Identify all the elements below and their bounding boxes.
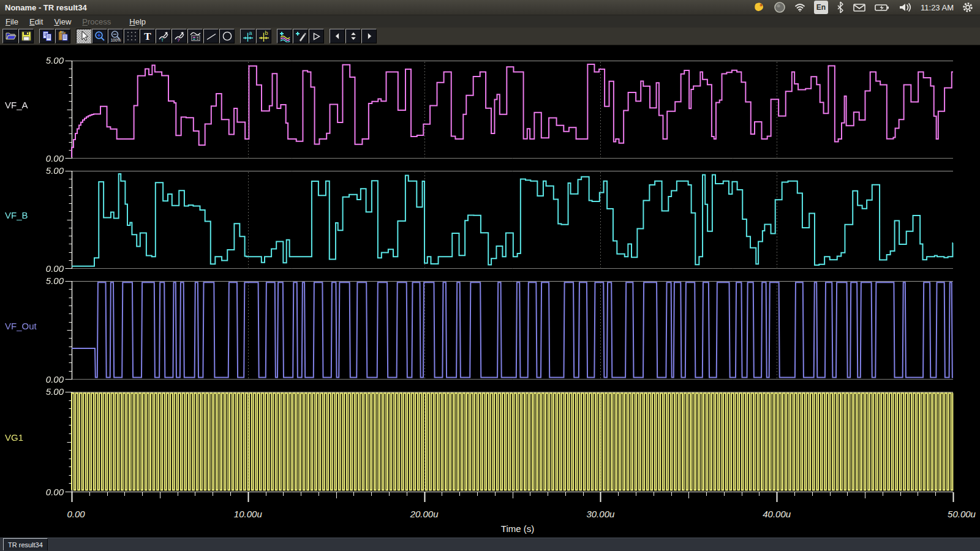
power-gear-icon[interactable] [962, 1, 974, 13]
toolbar-button-line[interactable] [203, 29, 219, 43]
x-tick-label: 50.00u [932, 509, 980, 519]
waveform-pane-vf_out[interactable] [64, 281, 958, 380]
toolbar-button-copy[interactable] [39, 29, 55, 43]
result-tab-label: TR result34 [8, 541, 43, 549]
zoom-in-icon [94, 30, 106, 42]
page-scroll-icon [347, 30, 360, 42]
text-icon: T [141, 30, 154, 42]
toolbar-button-text[interactable]: T [140, 29, 155, 43]
x-axis-title: Time (s) [475, 523, 560, 534]
toolbar-button-annotate-arrow[interactable]: T [156, 29, 171, 43]
toolbar-button-legend[interactable] [187, 29, 203, 43]
svg-text:a: a [249, 30, 252, 36]
svg-text:?: ? [177, 37, 180, 42]
page-prev-icon [331, 30, 344, 42]
open-icon [4, 30, 17, 42]
grid-icon [126, 30, 138, 42]
annotate-help-icon: ? [173, 30, 186, 42]
battery-icon[interactable] [874, 1, 890, 13]
y-tick-label-bottom: 0.00 [32, 263, 64, 274]
toolbar-button-page-prev[interactable] [330, 29, 345, 43]
waveform-pane-vf_b[interactable] [64, 171, 958, 269]
toolbar-button-zoom-reset[interactable]: 100% [108, 29, 123, 43]
window-title: Noname - TR result34 [5, 3, 87, 12]
toolbar-button-zoom-in[interactable] [92, 29, 107, 43]
application-window: Noname - TR result34 En [0, 0, 980, 551]
volume-icon[interactable] [898, 1, 913, 13]
bluetooth-icon[interactable] [836, 1, 845, 13]
x-axis-ticks [64, 492, 958, 506]
axis-b-icon: b [258, 30, 270, 42]
y-tick-label-bottom: 0.00 [32, 374, 64, 384]
svg-text:100%: 100% [110, 38, 121, 42]
channel-label-vf_out: VF_Out [5, 321, 37, 331]
toolbar-button-save[interactable] [18, 29, 34, 43]
y-tick-label-top: 5.00 [32, 386, 64, 397]
menu-process: Process [77, 16, 116, 28]
svg-text:b: b [265, 30, 268, 36]
save-icon [20, 30, 32, 42]
toolbar-button-annotate-help[interactable]: ? [172, 29, 187, 43]
paste-icon [57, 30, 69, 42]
toolbar-separator [272, 28, 277, 44]
svg-text:T: T [161, 38, 164, 42]
x-tick-label: 10.00u [219, 509, 277, 519]
select-icon [78, 30, 90, 42]
toolbar-separator [71, 28, 76, 44]
toolbar-button-marker[interactable] [309, 29, 324, 43]
toolbar-button-select[interactable] [76, 29, 91, 43]
toolbar-button-ellipse[interactable] [219, 29, 235, 43]
toolbar-separator [325, 28, 330, 44]
y-tick-label-top: 5.00 [32, 276, 64, 286]
zoom-reset-icon: 100% [110, 30, 122, 42]
ellipse-icon [221, 30, 233, 42]
toolbar-separator [34, 28, 39, 44]
y-tick-label-top: 5.00 [32, 55, 64, 66]
toolbar-button-probe[interactable] [293, 29, 308, 43]
toolbar-button-axis-b[interactable]: b [256, 29, 271, 43]
menu-view[interactable]: View [48, 16, 77, 28]
toolbar-button-page-next[interactable] [361, 29, 377, 43]
waveform-pane-vf_a[interactable] [64, 61, 958, 159]
status-bar [0, 538, 980, 551]
desktop-top-panel: Noname - TR result34 En [0, 0, 980, 15]
copy-icon [41, 30, 53, 42]
x-tick-label: 20.00u [395, 509, 454, 519]
toolbar-button-grid [124, 29, 139, 43]
menu-edit[interactable]: Edit [24, 16, 48, 28]
line-icon [205, 30, 217, 42]
svg-text:T: T [144, 31, 151, 42]
x-tick-label: 30.00u [571, 509, 630, 519]
keyboard-layout-indicator[interactable]: En [814, 1, 828, 14]
axis-a-icon: a [242, 30, 254, 42]
toolbar-button-axis-a[interactable]: a [240, 29, 255, 43]
toolbar-button-paste[interactable] [55, 29, 70, 43]
x-tick-label: 40.00u [747, 509, 806, 519]
indicator-sphere-icon[interactable] [774, 1, 786, 13]
y-tick-label-top: 5.00 [32, 165, 64, 176]
add-curves-icon [279, 30, 291, 42]
mail-icon[interactable] [853, 1, 866, 13]
y-tick-label-bottom: 0.00 [32, 487, 64, 497]
probe-icon [295, 30, 307, 42]
toolbar-button-add-curves[interactable] [277, 29, 292, 43]
page-next-icon [363, 30, 375, 42]
channel-label-vf_b: VF_B [5, 210, 28, 220]
waveform-pane-vg1[interactable] [64, 392, 958, 492]
toolbar-button-open[interactable] [2, 29, 18, 43]
menu-help[interactable]: Help [124, 16, 151, 28]
toolbar-button-page-scroll[interactable] [345, 29, 361, 43]
toolbar-separator [235, 28, 240, 44]
channel-label-vf_a: VF_A [5, 100, 28, 110]
wifi-icon[interactable] [794, 1, 806, 13]
result-tab[interactable]: TR result34 [3, 538, 48, 550]
panel-clock[interactable]: 11:23 AM [921, 1, 954, 13]
annotate-arrow-icon: T [157, 30, 170, 42]
toolbar: 100%TT?ab [0, 28, 980, 45]
y-tick-label-bottom: 0.00 [32, 153, 64, 163]
chat-icon[interactable] [753, 1, 766, 13]
system-tray: En 11:23 AM [753, 1, 980, 14]
x-tick-label: 0.00 [47, 509, 105, 519]
marker-icon [311, 30, 323, 42]
menu-file[interactable]: File [0, 16, 24, 28]
